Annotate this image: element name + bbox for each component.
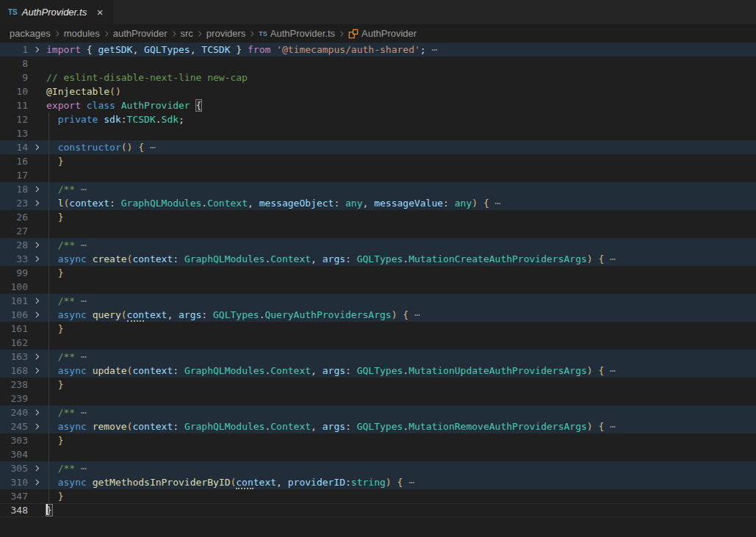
code-line[interactable]: 101 /** ⋯ xyxy=(0,294,756,308)
code-token: . xyxy=(403,421,408,432)
code-line[interactable]: 348} xyxy=(0,503,756,517)
code-token xyxy=(190,100,196,111)
breadcrumb-item-symbol[interactable]: AuthProvider xyxy=(348,28,417,39)
tab-authprovider-ts[interactable]: TS AuthProvider.ts × xyxy=(0,0,113,24)
fold-chevron-right-icon[interactable] xyxy=(28,352,46,361)
code-line[interactable]: 18 /** ⋯ xyxy=(0,182,756,196)
code-line[interactable]: 106 async query(context, args: GQLTypes.… xyxy=(0,308,756,322)
code-line[interactable]: 245 async remove(context: GraphQLModules… xyxy=(0,419,756,433)
fold-chevron-right-icon[interactable] xyxy=(28,296,46,306)
code-line[interactable]: 303 } xyxy=(0,433,756,447)
close-icon[interactable]: × xyxy=(94,7,106,18)
indent-guide xyxy=(48,168,49,182)
code-line[interactable]: 304 xyxy=(0,447,756,461)
code-line[interactable]: 162 xyxy=(0,336,756,350)
code-token xyxy=(46,323,58,334)
code-line[interactable]: 16 } xyxy=(0,154,756,168)
code-token: Context xyxy=(270,365,311,376)
code-line[interactable]: 8 xyxy=(0,57,756,71)
code-content: } xyxy=(46,154,756,168)
code-line[interactable]: 27 xyxy=(0,224,756,238)
code-token: TCSDK xyxy=(127,114,156,125)
class-symbol-icon xyxy=(348,29,359,39)
code-editor[interactable]: 1import { getSDK, GQLTypes, TCSDK } from… xyxy=(0,43,756,537)
code-token xyxy=(46,435,58,446)
code-line[interactable]: 239 xyxy=(0,392,756,406)
code-content: async getMethodsInProviderByID(context, … xyxy=(46,475,756,489)
code-line[interactable]: 99 } xyxy=(0,266,756,280)
code-line[interactable]: 347 } xyxy=(0,489,756,503)
code-content xyxy=(46,447,756,461)
code-line[interactable]: 238 } xyxy=(0,378,756,392)
code-token: context xyxy=(132,253,173,264)
fold-chevron-right-icon[interactable] xyxy=(28,310,46,320)
code-line[interactable]: 17 xyxy=(0,168,756,182)
code-content: /** ⋯ xyxy=(46,461,756,475)
code-line[interactable]: 100 xyxy=(0,280,756,294)
gutter: 305 xyxy=(0,461,46,475)
code-line[interactable]: 1import { getSDK, GQLTypes, TCSDK } from… xyxy=(0,43,756,57)
code-line[interactable]: 168 async update(context: GraphQLModules… xyxy=(0,364,756,378)
fold-chevron-right-icon[interactable] xyxy=(28,184,46,194)
fold-chevron-right-icon[interactable] xyxy=(28,240,46,250)
code-token: : xyxy=(345,477,351,488)
code-token: , xyxy=(190,44,202,55)
line-number: 303 xyxy=(0,433,28,447)
code-token xyxy=(46,491,58,502)
fold-chevron-right-icon[interactable] xyxy=(28,45,46,54)
gutter: 14 xyxy=(0,140,46,154)
code-line[interactable]: 26 } xyxy=(0,210,756,224)
code-token: export xyxy=(46,100,81,111)
code-content xyxy=(46,392,756,406)
code-token: , xyxy=(248,198,259,209)
code-token: : xyxy=(345,253,357,264)
breadcrumb-item-modules[interactable]: modules xyxy=(64,28,100,39)
code-line[interactable]: 240 /** ⋯ xyxy=(0,406,756,419)
fold-chevron-right-icon[interactable] xyxy=(28,477,46,487)
fold-chevron-right-icon[interactable] xyxy=(28,422,46,431)
code-line[interactable]: 14 constructor() { ⋯ xyxy=(0,140,756,154)
code-token: ⋯ xyxy=(75,295,87,306)
code-token: any xyxy=(455,198,472,209)
breadcrumb-item-providers[interactable]: providers xyxy=(206,28,245,39)
code-token xyxy=(46,365,58,376)
fold-chevron-right-icon[interactable] xyxy=(28,198,46,208)
code-line[interactable]: 23 l(context: GraphQLModules.Context, me… xyxy=(0,196,756,210)
gutter: 13 xyxy=(0,126,46,140)
code-token: ( xyxy=(121,309,127,320)
code-line[interactable]: 305 /** ⋯ xyxy=(0,461,756,475)
code-line[interactable]: 12 private sdk:TCSDK.Sdk; xyxy=(0,112,756,126)
code-token: args xyxy=(323,253,345,264)
code-content: /** ⋯ xyxy=(46,350,756,364)
fold-chevron-right-icon[interactable] xyxy=(28,408,46,417)
breadcrumb-item-file[interactable]: TS AuthProvider.ts xyxy=(259,28,335,39)
breadcrumb-item-authprovider[interactable]: authProvider xyxy=(113,28,168,39)
code-token: import xyxy=(46,44,81,55)
code-line[interactable]: 163 /** ⋯ xyxy=(0,350,756,364)
code-token xyxy=(478,198,483,209)
chevron-right-icon xyxy=(170,29,179,38)
fold-chevron-right-icon[interactable] xyxy=(28,254,46,264)
code-line[interactable]: 161 } xyxy=(0,322,756,336)
fold-chevron-right-icon[interactable] xyxy=(28,143,46,152)
fold-chevron-right-icon[interactable] xyxy=(28,366,46,375)
code-line[interactable]: 310 async getMethodsInProviderByID(conte… xyxy=(0,475,756,489)
code-line[interactable]: 13 xyxy=(0,126,756,140)
code-token: , xyxy=(311,253,323,264)
code-line[interactable]: 9// eslint-disable-next-line new-cap xyxy=(0,71,756,84)
breadcrumb-item-src[interactable]: src xyxy=(181,28,193,39)
gutter: 11 xyxy=(0,98,46,112)
breadcrumb-item-packages[interactable]: packages xyxy=(10,28,51,39)
code-token xyxy=(46,351,58,362)
code-line[interactable]: 11export class AuthProvider { xyxy=(0,98,756,112)
gutter: 161 xyxy=(0,322,46,336)
code-content: } xyxy=(46,322,756,336)
code-line[interactable]: 28 /** ⋯ xyxy=(0,238,756,252)
line-number: 27 xyxy=(0,224,28,238)
gutter: 99 xyxy=(0,266,46,280)
fold-chevron-right-icon[interactable] xyxy=(28,464,46,473)
code-line[interactable]: 33 async create(context: GraphQLModules.… xyxy=(0,252,756,266)
gutter: 28 xyxy=(0,238,46,252)
code-line[interactable]: 10@Injectable() xyxy=(0,84,756,98)
code-token xyxy=(115,100,121,111)
